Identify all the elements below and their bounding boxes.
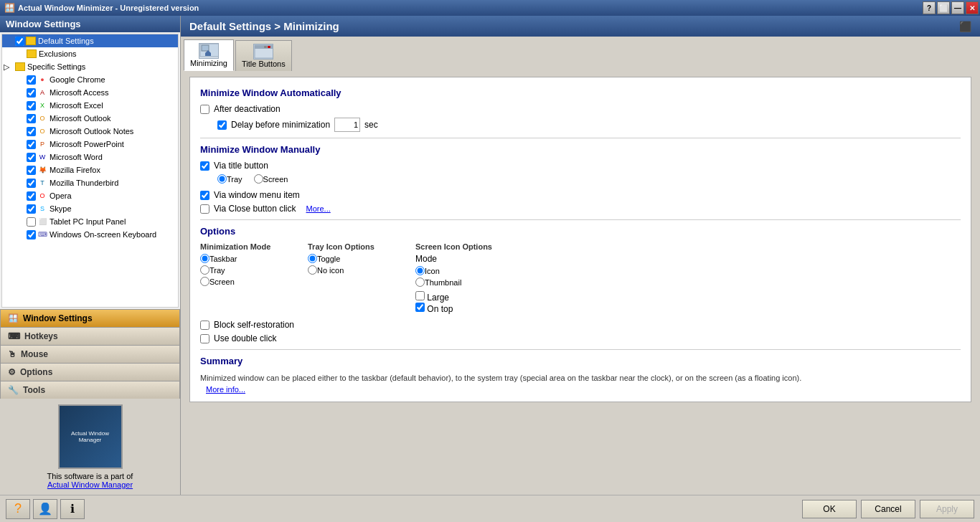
toggle-radio[interactable] <box>308 254 317 263</box>
cancel-button[interactable]: Cancel <box>861 500 915 518</box>
ontop-checkbox[interactable] <box>415 303 425 312</box>
tree-item-specific-settings[interactable]: ▷ Specific Settings <box>2 60 178 73</box>
help-button[interactable]: ? <box>6 499 30 519</box>
tab-minimizing-icon <box>199 43 219 59</box>
tree-item-ms-access[interactable]: A Microsoft Access <box>2 86 178 99</box>
close-button[interactable]: ✕ <box>966 1 979 14</box>
nav-btn-options[interactable]: ⚙ Options <box>0 363 180 381</box>
tree-item-exclusions[interactable]: Exclusions <box>2 47 178 60</box>
tree-label: Opera <box>50 190 72 201</box>
via-close-button-row: Via Close button click More... <box>200 204 961 214</box>
tree-item-skype[interactable]: S Skype <box>2 202 178 215</box>
tree-item-win-keyboard[interactable]: ⌨ Windows On-screen Keyboard <box>2 228 178 241</box>
via-window-menu-label[interactable]: Via window menu item <box>214 190 300 200</box>
tab-title-buttons[interactable]: Title Buttons <box>235 40 292 71</box>
via-title-button-label[interactable]: Via title button <box>214 161 268 171</box>
toggle-radio-label[interactable]: Toggle <box>317 255 340 263</box>
tree-item-ms-powerpoint[interactable]: P Microsoft PowerPoint <box>2 138 178 151</box>
delay-label[interactable]: Delay before minimization <box>231 120 330 130</box>
tree-item-mozilla-thunderbird[interactable]: T Mozilla Thunderbird <box>2 176 178 189</box>
tray-icon-options-title: Tray Icon Options <box>308 242 394 251</box>
icon-radio[interactable] <box>415 266 425 275</box>
minimize-button[interactable]: ? <box>923 1 936 14</box>
tray-mode-radio-label[interactable]: Tray <box>209 266 225 275</box>
tree-label: Microsoft Outlook Notes <box>50 125 133 137</box>
tree-area[interactable]: Default Settings Exclusions ▷ Specific S… <box>1 34 179 308</box>
tree-checkbox-mozilla-thunderbird[interactable] <box>27 179 36 188</box>
ontop-label[interactable]: On top <box>427 304 453 314</box>
tree-checkbox-opera[interactable] <box>27 191 36 201</box>
restore-button[interactable]: ⬜ <box>937 1 950 14</box>
taskbar-radio[interactable] <box>200 254 209 263</box>
screen-radio-label[interactable]: Screen <box>263 175 288 184</box>
tree-checkbox-tablet-pc[interactable] <box>27 217 36 227</box>
delay-unit: sec <box>364 120 378 130</box>
after-deactivation-label[interactable]: After deactivation <box>214 104 281 114</box>
tree-item-tablet-pc[interactable]: ⬜ Tablet PC Input Panel <box>2 215 178 228</box>
noicon-radio[interactable] <box>308 265 317 275</box>
tree-checkbox-win-keyboard[interactable] <box>27 230 36 239</box>
nav-btn-window-settings[interactable]: 🪟 Window Settings <box>0 309 180 327</box>
tree-item-ms-excel[interactable]: X Microsoft Excel <box>2 99 178 112</box>
thumbnail-radio-label[interactable]: Thumbnail <box>425 278 461 287</box>
more-link[interactable]: More... <box>306 204 331 213</box>
tree-checkbox-default-settings[interactable] <box>15 37 24 46</box>
expand-icon[interactable]: ⬛ <box>959 21 971 32</box>
tree-item-default-settings[interactable]: Default Settings <box>2 34 178 47</box>
via-title-button-checkbox[interactable] <box>200 161 209 171</box>
maximize-button[interactable]: — <box>951 1 964 14</box>
content-area[interactable]: Minimize Window Automatically After deac… <box>181 71 980 495</box>
screen-radio[interactable] <box>254 174 263 184</box>
use-double-click-label[interactable]: Use double click <box>214 333 276 343</box>
nav-btn-hotkeys[interactable]: ⌨ Hotkeys <box>0 327 180 345</box>
via-close-button-label[interactable]: Via Close button click <box>214 204 296 214</box>
apply-button[interactable]: Apply <box>920 500 974 518</box>
nav-btn-tools[interactable]: 🔧 Tools <box>0 381 180 399</box>
tray-radio-label[interactable]: Tray <box>227 175 242 184</box>
taskbar-radio-label[interactable]: Taskbar <box>209 255 237 263</box>
tree-item-ms-outlook[interactable]: O Microsoft Outlook <box>2 112 178 125</box>
delay-checkbox[interactable] <box>217 120 227 130</box>
tree-item-opera[interactable]: O Opera <box>2 189 178 202</box>
tree-checkbox-ms-outlook[interactable] <box>27 114 36 123</box>
block-self-restoration-label[interactable]: Block self-restoration <box>214 320 294 330</box>
info-button[interactable]: ℹ <box>60 499 85 519</box>
screen-mode-radio[interactable] <box>200 277 209 286</box>
tree-checkbox-mozilla-firefox[interactable] <box>27 166 36 175</box>
noicon-radio-label[interactable]: No icon <box>317 266 344 275</box>
large-checkbox[interactable] <box>415 291 425 300</box>
tree-item-google-chrome[interactable]: ● Google Chrome <box>2 73 178 86</box>
via-window-menu-checkbox[interactable] <box>200 191 209 200</box>
delay-value[interactable] <box>334 118 360 132</box>
tree-checkbox-ms-access[interactable] <box>27 88 36 98</box>
tree-checkbox-google-chrome[interactable] <box>27 75 36 85</box>
tree-checkbox-ms-powerpoint[interactable] <box>27 140 36 149</box>
icon-radio-label[interactable]: Icon <box>425 267 440 275</box>
promo-link[interactable]: Actual Window Manager <box>6 480 174 489</box>
ontop-row: On top <box>415 303 501 314</box>
tree-item-ms-outlook-notes[interactable]: O Microsoft Outlook Notes <box>2 125 178 138</box>
large-label[interactable]: Large <box>427 293 449 303</box>
after-deactivation-checkbox[interactable] <box>200 105 209 114</box>
use-double-click-checkbox[interactable] <box>200 334 209 343</box>
section-title-auto: Minimize Window Automatically <box>200 87 961 98</box>
block-self-restoration-checkbox[interactable] <box>200 321 209 330</box>
tray-radio[interactable] <box>217 174 227 184</box>
app-icon-chrome: ● <box>37 75 47 85</box>
tree-checkbox-ms-word[interactable] <box>27 153 36 162</box>
nav-btn-mouse[interactable]: 🖱 Mouse <box>0 345 180 363</box>
support-button[interactable]: 👤 <box>33 499 57 519</box>
summary-more-link[interactable]: More info... <box>206 385 245 394</box>
tab-minimizing[interactable]: Minimizing <box>184 39 234 71</box>
tree-checkbox-ms-outlook-notes[interactable] <box>27 127 36 136</box>
tree-label: Microsoft Access <box>50 87 109 98</box>
screen-mode-radio-label[interactable]: Screen <box>209 277 235 286</box>
tree-item-mozilla-firefox[interactable]: 🦊 Mozilla Firefox <box>2 163 178 176</box>
tree-checkbox-ms-excel[interactable] <box>27 101 36 110</box>
tray-mode-radio[interactable] <box>200 265 209 275</box>
via-close-button-checkbox[interactable] <box>200 204 209 214</box>
tree-checkbox-skype[interactable] <box>27 204 36 214</box>
tree-item-ms-word[interactable]: W Microsoft Word <box>2 151 178 163</box>
thumbnail-radio[interactable] <box>415 277 425 287</box>
ok-button[interactable]: OK <box>802 500 857 518</box>
